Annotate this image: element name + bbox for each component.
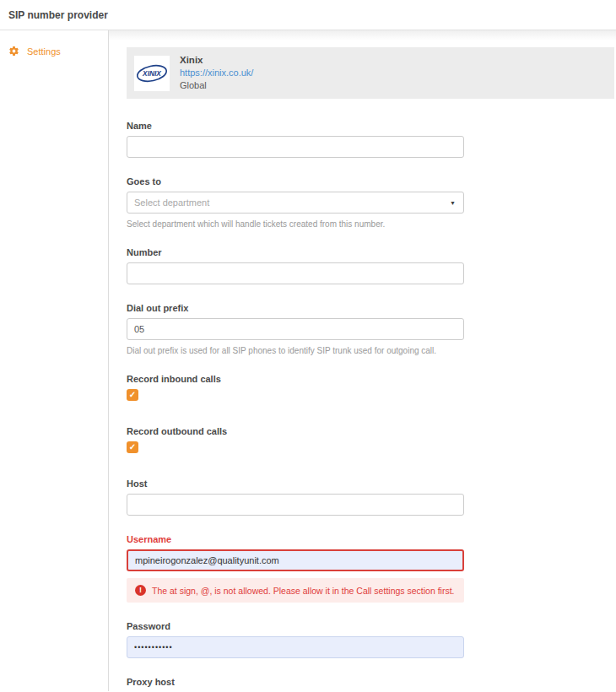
- page-header: SIP number provider: [0, 0, 616, 30]
- dial-out-prefix-input[interactable]: [127, 318, 464, 340]
- provider-scope: Global: [180, 79, 253, 92]
- goes-to-select-input[interactable]: [127, 192, 464, 214]
- page-title: SIP number provider: [8, 9, 108, 21]
- username-input[interactable]: [127, 549, 464, 571]
- record-outbound-checkbox[interactable]: ✓: [127, 441, 138, 453]
- password-input[interactable]: [127, 636, 464, 658]
- name-field-group: Name: [127, 121, 464, 158]
- sidebar-item-settings[interactable]: Settings: [8, 46, 108, 57]
- goes-to-field-group: Goes to ▼ Select department which will h…: [127, 176, 464, 229]
- record-inbound-checkbox[interactable]: ✓: [127, 389, 138, 401]
- username-error-message: ! The at sign, @, is not allowed. Please…: [127, 578, 464, 603]
- sip-provider-form: Name Goes to ▼ Select department which w…: [127, 121, 464, 691]
- name-label: Name: [127, 121, 464, 131]
- username-error-text: The at sign, @, is not allowed. Please a…: [152, 586, 455, 596]
- record-inbound-field-group: Record inbound calls ✓: [127, 374, 464, 401]
- provider-url-link[interactable]: https://xinix.co.uk/: [180, 67, 253, 79]
- gear-icon: [8, 46, 19, 57]
- name-input[interactable]: [127, 136, 464, 158]
- username-field-group: Username ! The at sign, @, is not allowe…: [127, 534, 464, 603]
- dial-out-prefix-label: Dial out prefix: [127, 303, 464, 313]
- host-input[interactable]: [127, 494, 464, 516]
- check-icon: ✓: [129, 391, 136, 399]
- goes-to-select[interactable]: ▼: [127, 192, 464, 214]
- main-content: XINIX Xinix https://xinix.co.uk/ Global …: [109, 30, 616, 691]
- check-icon: ✓: [129, 443, 136, 451]
- sidebar: Settings: [0, 30, 109, 691]
- host-field-group: Host: [127, 478, 464, 516]
- provider-meta: Xinix https://xinix.co.uk/ Global: [180, 54, 253, 92]
- number-input[interactable]: [127, 262, 464, 284]
- proxy-host-label: Proxy host: [127, 677, 464, 687]
- top-shade-divider: [109, 30, 616, 41]
- password-field-group: Password: [127, 621, 464, 658]
- record-outbound-label: Record outbound calls: [127, 426, 464, 436]
- number-label: Number: [127, 247, 464, 257]
- goes-to-help-text: Select department which will handle tick…: [127, 219, 464, 229]
- dial-out-prefix-field-group: Dial out prefix Dial out prefix is used …: [127, 303, 464, 355]
- number-field-group: Number: [127, 247, 464, 284]
- xinix-logo-text: XINIX: [142, 69, 161, 78]
- record-outbound-field-group: Record outbound calls ✓: [127, 426, 464, 453]
- exclamation-icon: !: [135, 585, 146, 596]
- provider-name: Xinix: [180, 54, 253, 67]
- proxy-host-field-group: Proxy host ▼: [127, 677, 464, 691]
- sidebar-item-label: Settings: [27, 46, 61, 57]
- username-label: Username: [127, 534, 464, 544]
- xinix-logo-icon: XINIX: [135, 62, 169, 85]
- provider-card: XINIX Xinix https://xinix.co.uk/ Global: [127, 47, 614, 99]
- provider-logo: XINIX: [134, 56, 170, 91]
- record-inbound-label: Record inbound calls: [127, 374, 464, 384]
- host-label: Host: [127, 478, 464, 489]
- password-label: Password: [127, 621, 464, 631]
- dial-out-prefix-help-text: Dial out prefix is used for all SIP phon…: [127, 346, 464, 355]
- main-layout: Settings XINIX Xinix https://xinix.co.uk…: [0, 30, 616, 691]
- goes-to-label: Goes to: [127, 176, 464, 187]
